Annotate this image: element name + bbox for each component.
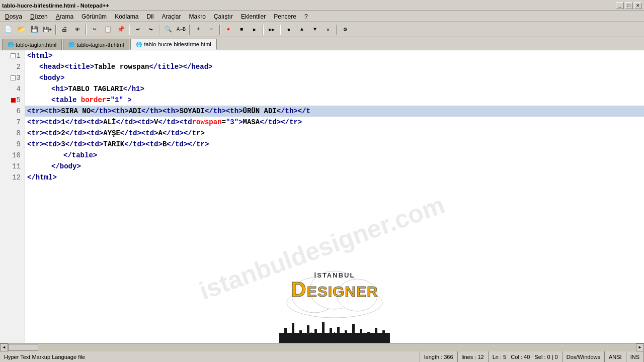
window-title: tablo-hucre-birlestirme.html - Notepad++ bbox=[2, 3, 109, 9]
find-button[interactable]: 🔍 bbox=[162, 24, 174, 35]
status-lines: lines : 12 bbox=[458, 351, 489, 362]
mode-value: INS bbox=[630, 354, 639, 360]
code-line-9: <tr><td>3</td><td>TARIK</td><td>B</td></… bbox=[25, 139, 644, 150]
toolbar: 📄 📂 💾 💾+ 🖨 👁 ✂ 📋 📌 ↩ ↪ 🔍 A→B + − ● ■ ▶ ▶… bbox=[0, 22, 644, 37]
status-mode: INS bbox=[626, 351, 644, 362]
horizontal-scrollbar[interactable]: ◀ ▶ bbox=[0, 343, 644, 351]
menu-dil[interactable]: Dil bbox=[143, 12, 158, 21]
prev-bookmark-button[interactable]: ▲ bbox=[296, 24, 308, 35]
code-line-11: </body> bbox=[25, 161, 644, 172]
charset-value: ANSI bbox=[609, 354, 622, 360]
code-editor[interactable]: <html> <head><title>Table rowspan</title… bbox=[25, 50, 644, 343]
save-button[interactable]: 💾 bbox=[28, 24, 40, 35]
toolbar-sep-1 bbox=[55, 25, 56, 35]
run-button[interactable]: ▶▶ bbox=[266, 24, 278, 35]
code-line-3: <body> bbox=[25, 72, 644, 83]
tab-label-2: tablo-taglari-th.html bbox=[76, 42, 124, 48]
tab-label-3: tablo-hucre-birlestirme.html bbox=[144, 41, 211, 47]
ln-col-value: Ln : 5 Col : 40 Sel : 0 | 0 bbox=[493, 354, 558, 360]
line-num-2: 2 bbox=[0, 61, 25, 72]
menu-calistir[interactable]: Çalıştır bbox=[210, 12, 237, 21]
line-num-9: 9 bbox=[0, 139, 25, 150]
find-replace-button[interactable]: A→B bbox=[175, 24, 187, 35]
length-value: length : 366 bbox=[424, 354, 453, 360]
code-line-5: <table border="1" > bbox=[25, 95, 644, 106]
svg-marker-5 bbox=[279, 322, 390, 343]
menu-arama[interactable]: Arama bbox=[52, 12, 77, 21]
line-num-4: 4 bbox=[0, 83, 25, 95]
menu-bar: Dosya Düzen Arama Görünüm Kodlama Dil Ar… bbox=[0, 11, 644, 22]
undo-button[interactable]: ↩ bbox=[132, 24, 144, 35]
menu-pencere[interactable]: Pencere bbox=[270, 12, 300, 21]
menu-makro[interactable]: Makro bbox=[185, 12, 210, 21]
settings-button[interactable]: ⚙ bbox=[339, 24, 351, 35]
code-line-7: <tr><td>1</td><td>ALİ</td><td>V</td><td … bbox=[25, 117, 644, 128]
code-line-2: <head><title>Table rowspan</title></head… bbox=[25, 61, 644, 72]
tab-label-1: tablo-taglari.html bbox=[16, 42, 56, 48]
cloud-svg bbox=[279, 267, 390, 318]
menu-duzen[interactable]: Düzen bbox=[26, 12, 52, 21]
scroll-thumb[interactable] bbox=[8, 344, 38, 351]
next-bookmark-button[interactable]: ▼ bbox=[309, 24, 321, 35]
code-line-6: <tr><th>SIRA NO</th><th>ADI</th><th>SOYA… bbox=[25, 106, 644, 117]
editor-area[interactable]: istanbuldesigner.com − 1 2 − 3 4 5 6 7 8 bbox=[0, 50, 644, 343]
svg-rect-4 bbox=[279, 318, 390, 343]
encoding-value: Dos/Windows bbox=[567, 354, 600, 360]
paste-button[interactable]: 📌 bbox=[115, 24, 127, 35]
istanbul-designer-logo: İSTANBUL DESIGNER bbox=[279, 267, 390, 343]
scroll-right-button[interactable]: ▶ bbox=[636, 343, 644, 351]
status-bar: Hyper Text Markup Language file length :… bbox=[0, 351, 644, 362]
clear-bookmarks-button[interactable]: ✕ bbox=[322, 24, 334, 35]
minimize-button[interactable]: _ bbox=[616, 2, 624, 9]
toolbar-sep-7 bbox=[263, 25, 264, 35]
fold-1[interactable]: − bbox=[11, 53, 16, 58]
lines-value: lines : 12 bbox=[462, 354, 484, 360]
new-button[interactable]: 📄 bbox=[2, 24, 14, 35]
menu-kodlama[interactable]: Kodlama bbox=[111, 12, 142, 21]
svg-point-3 bbox=[337, 279, 377, 311]
title-bar: tablo-hucre-birlestirme.html - Notepad++… bbox=[0, 0, 644, 11]
line-num-1: − 1 bbox=[0, 50, 25, 61]
tab-tablo-hucre[interactable]: 🌐 tablo-hucre-birlestirme.html bbox=[130, 39, 216, 50]
save-all-button[interactable]: 💾+ bbox=[41, 24, 53, 35]
copy-button[interactable]: 📋 bbox=[102, 24, 114, 35]
open-button[interactable]: 📂 bbox=[15, 24, 27, 35]
print-button[interactable]: 🖨 bbox=[58, 24, 70, 35]
toolbar-sep-8 bbox=[280, 25, 281, 35]
toolbar-sep-5 bbox=[189, 25, 190, 35]
print-preview-button[interactable]: 👁 bbox=[71, 24, 84, 35]
svg-point-0 bbox=[287, 288, 382, 318]
scroll-track[interactable] bbox=[8, 343, 636, 351]
code-line-10: </table> bbox=[25, 150, 644, 161]
code-line-12: </html> bbox=[25, 172, 644, 183]
maximize-button[interactable]: □ bbox=[625, 2, 633, 9]
bookmark-toggle-button[interactable]: ◆ bbox=[283, 24, 295, 35]
cut-button[interactable]: ✂ bbox=[89, 24, 101, 35]
tab-icon-1: 🌐 bbox=[8, 42, 14, 47]
tab-tablo-taglari-th[interactable]: 🌐 tablo-taglari-th.html bbox=[63, 39, 129, 50]
code-line-1: <html> bbox=[25, 50, 644, 61]
zoom-out-button[interactable]: − bbox=[205, 24, 217, 35]
line-num-6: 6 bbox=[0, 106, 25, 117]
redo-button[interactable]: ↪ bbox=[145, 24, 157, 35]
menu-dosya[interactable]: Dosya bbox=[1, 12, 26, 21]
menu-araclar[interactable]: Araçlar bbox=[158, 12, 185, 21]
zoom-in-button[interactable]: + bbox=[192, 24, 204, 35]
toolbar-sep-2 bbox=[86, 25, 87, 35]
close-button[interactable]: ✕ bbox=[634, 2, 642, 9]
window-controls[interactable]: _ □ ✕ bbox=[616, 2, 642, 9]
menu-eklentiler[interactable]: Eklentiler bbox=[237, 12, 270, 21]
line-num-8: 8 bbox=[0, 128, 25, 139]
macro-stop-button[interactable]: ■ bbox=[235, 24, 248, 35]
macro-record-button[interactable]: ● bbox=[222, 24, 234, 35]
scroll-left-button[interactable]: ◀ bbox=[0, 343, 8, 351]
line-num-12: 12 bbox=[0, 172, 25, 183]
menu-gorunum[interactable]: Görünüm bbox=[77, 12, 111, 21]
city-silhouette bbox=[279, 318, 390, 343]
tab-tablo-taglari[interactable]: 🌐 tablo-taglari.html bbox=[2, 39, 62, 50]
menu-help[interactable]: ? bbox=[300, 12, 312, 21]
fold-3[interactable]: − bbox=[11, 75, 16, 80]
status-encoding: Dos/Windows bbox=[562, 351, 605, 362]
tab-icon-2: 🌐 bbox=[68, 42, 74, 47]
macro-play-button[interactable]: ▶ bbox=[249, 24, 261, 35]
